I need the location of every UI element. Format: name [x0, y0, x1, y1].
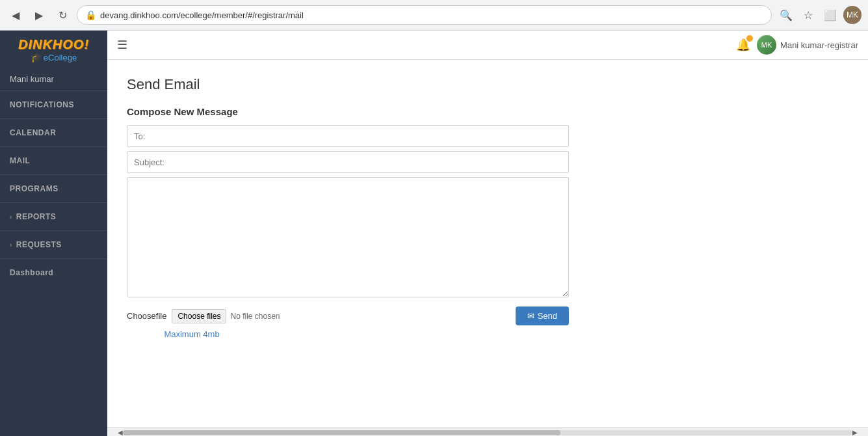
send-icon: ✉ — [527, 311, 534, 321]
bookmark-icon[interactable]: ☆ — [799, 6, 817, 24]
compose-title: Compose New Message — [127, 106, 569, 117]
sidebar-item-requests[interactable]: › REQUESTS — [0, 230, 107, 258]
choose-files-button[interactable]: Choose files — [172, 309, 226, 323]
notification-bell[interactable]: 🔔 — [736, 38, 750, 52]
header-right: 🔔 MK Mani kumar-registrar — [736, 35, 858, 55]
compose-section: Compose New Message Choosefile Choose fi… — [127, 106, 569, 339]
reload-button[interactable]: ↻ — [53, 6, 72, 24]
browser-icons: 🔍 ☆ ⬜ MK — [777, 6, 861, 24]
header-avatar: MK — [757, 35, 776, 55]
send-label: Send — [538, 311, 557, 321]
browser-profile-avatar[interactable]: MK — [843, 6, 861, 24]
sidebar-item-calendar[interactable]: CALENDAR — [0, 118, 107, 146]
dinkhoo-logo: DINKHOO! — [18, 37, 89, 52]
url-text: devang.dinkhoo.com/ecollege/member/#/reg… — [100, 10, 304, 20]
sidebar-item-mail[interactable]: MAIL — [0, 146, 107, 174]
chevron-icon: › — [10, 213, 12, 221]
sidebar-logo: DINKHOO! 🎓 eCollege — [0, 31, 107, 69]
grad-cap-icon: 🎓 — [31, 52, 42, 62]
header-user-name: Mani kumar-registrar — [780, 40, 858, 50]
sidebar-item-notifications[interactable]: NOTIFICATIONS — [0, 90, 107, 118]
sidebar-item-label: MAIL — [10, 156, 30, 165]
sidebar-item-reports[interactable]: › REPORTS — [0, 202, 107, 230]
sidebar-item-label: REQUESTS — [16, 240, 62, 249]
sidebar-item-label: CALENDAR — [10, 128, 56, 137]
page-title: Send Email — [127, 76, 848, 93]
send-button[interactable]: ✉ Send — [516, 307, 569, 325]
back-button[interactable]: ◀ — [7, 6, 25, 24]
sidebar: DINKHOO! 🎓 eCollege Mani kumar NOTIFICAT… — [0, 31, 107, 436]
notification-badge — [746, 35, 753, 42]
app-container: DINKHOO! 🎓 eCollege Mani kumar NOTIFICAT… — [0, 31, 868, 436]
ecollege-logo: 🎓 eCollege — [31, 52, 77, 62]
top-header: ☰ 🔔 MK Mani kumar-registrar — [107, 31, 868, 60]
sidebar-item-programs[interactable]: PROGRAMS — [0, 174, 107, 202]
choose-file-label: Choosefile — [127, 311, 166, 321]
bottom-scrollbar: ◀ ▶ — [107, 427, 868, 436]
main-content: ☰ 🔔 MK Mani kumar-registrar Send Email C… — [107, 31, 868, 436]
file-row-left: Choosefile Choose files No file chosen — [127, 309, 280, 323]
browser-chrome: ◀ ▶ ↻ 🔒 devang.dinkhoo.com/ecollege/memb… — [0, 0, 868, 31]
body-textarea[interactable] — [127, 177, 569, 297]
sidebar-nav: NOTIFICATIONS CALENDAR MAIL PROGRAMS › R… — [0, 90, 107, 286]
search-icon[interactable]: 🔍 — [777, 6, 795, 24]
sidebar-item-label: REPORTS — [16, 212, 57, 221]
address-bar[interactable]: 🔒 devang.dinkhoo.com/ecollege/member/#/r… — [77, 5, 772, 25]
chevron-icon: › — [10, 241, 12, 249]
file-row: Choosefile Choose files No file chosen ✉… — [127, 307, 569, 325]
to-input[interactable] — [127, 125, 569, 147]
scroll-left-arrow[interactable]: ◀ — [118, 429, 123, 436]
scroll-right-arrow[interactable]: ▶ — [852, 429, 858, 436]
sidebar-item-label: Dashboard — [10, 268, 53, 277]
forward-button[interactable]: ▶ — [30, 6, 48, 24]
hamburger-button[interactable]: ☰ — [117, 38, 127, 52]
browser-toolbar: ◀ ▶ ↻ 🔒 devang.dinkhoo.com/ecollege/memb… — [0, 0, 868, 30]
subject-input[interactable] — [127, 151, 569, 173]
window-icon[interactable]: ⬜ — [821, 6, 839, 24]
sidebar-item-dashboard[interactable]: Dashboard — [0, 258, 107, 286]
no-file-text: No file chosen — [230, 312, 280, 321]
sidebar-item-label: PROGRAMS — [10, 184, 59, 193]
sidebar-item-label: NOTIFICATIONS — [10, 100, 74, 109]
file-input-wrapper: Choose files No file chosen — [172, 309, 280, 323]
sidebar-user-name: Mani kumar — [0, 69, 107, 90]
scroll-thumb — [123, 430, 560, 435]
content-area: Send Email Compose New Message Choosefil… — [107, 60, 868, 427]
scroll-track[interactable] — [123, 430, 852, 435]
header-user[interactable]: MK Mani kumar-registrar — [757, 35, 858, 55]
max-size-text: Maximum 4mb — [127, 329, 257, 339]
